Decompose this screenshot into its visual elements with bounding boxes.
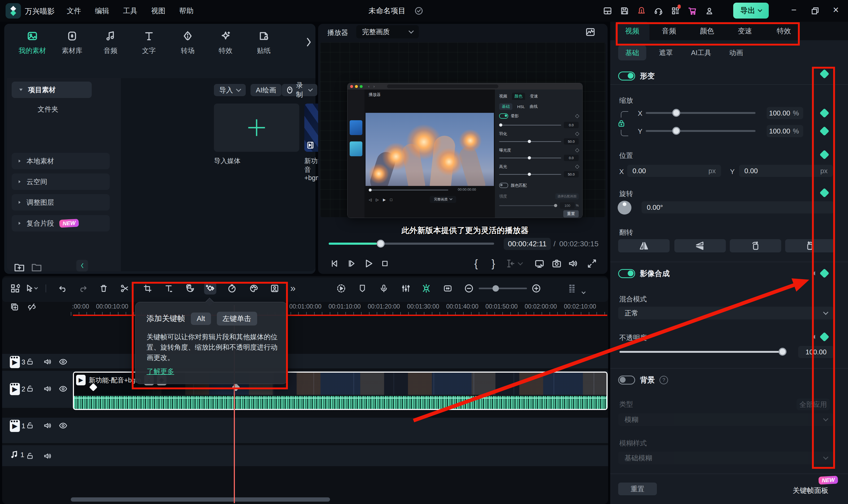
tab-color[interactable]: 颜色 — [690, 22, 724, 40]
background-toggle[interactable] — [618, 376, 635, 384]
opacity-keyframe-icon[interactable] — [820, 332, 829, 342]
save-icon[interactable] — [619, 5, 630, 16]
previous-keyframe-icon[interactable] — [812, 271, 815, 275]
split-options-chevron-icon[interactable] — [516, 257, 524, 270]
player-seekbar[interactable] — [329, 242, 494, 245]
opacity-value[interactable]: 100.00 — [798, 346, 834, 358]
scale-x-value[interactable]: 100.00% — [767, 107, 803, 119]
color-tool-icon[interactable] — [247, 282, 260, 294]
timeline-horizontal-scrollbar[interactable] — [71, 498, 330, 502]
tab-effects-props[interactable]: 特效 — [767, 22, 801, 40]
quality-dropdown[interactable]: 完整画质 — [356, 25, 419, 38]
keyframe-grid-icon[interactable] — [9, 282, 21, 294]
position-x-input[interactable]: 0.00px — [627, 165, 721, 177]
zoom-in-icon[interactable] — [530, 282, 542, 294]
keyframe-panel-button[interactable]: 关键帧面板 — [793, 486, 828, 495]
export-button[interactable]: 导出 — [733, 3, 769, 19]
scale-y-slider[interactable] — [646, 130, 756, 132]
compositing-keyframe-icon[interactable] — [820, 269, 829, 278]
scale-y-keyframe-icon[interactable] — [820, 126, 829, 136]
redo-icon[interactable] — [76, 282, 89, 294]
add-keyframe-tool-icon[interactable] — [204, 282, 216, 294]
menu-file[interactable]: 文件 — [60, 6, 88, 16]
tab-effects[interactable]: 特效 — [207, 30, 244, 55]
scopes-icon[interactable] — [585, 27, 595, 37]
track-manager-icon[interactable] — [566, 282, 578, 294]
tooltip-learn-more-link[interactable]: 了解更多 — [146, 367, 174, 376]
mask-portrait-icon[interactable] — [269, 282, 281, 294]
rotate-knob[interactable] — [618, 201, 631, 215]
audio-track-mute-icon[interactable] — [43, 452, 52, 460]
previous-frame-button[interactable] — [328, 257, 340, 270]
mark-out-button[interactable]: } — [487, 257, 499, 270]
position-y-input[interactable]: 0.00px — [739, 165, 833, 177]
voiceover-mic-icon[interactable] — [378, 282, 390, 294]
current-timecode[interactable]: 00:00:42:11 — [504, 238, 551, 250]
render-preview-icon[interactable] — [335, 282, 347, 294]
text-tool-icon[interactable] — [162, 282, 175, 294]
tab-stickers[interactable]: 贴纸 — [245, 30, 282, 55]
duplicate-icon[interactable] — [10, 303, 19, 311]
fit-timeline-icon[interactable] — [442, 282, 454, 294]
minimize-button[interactable]: − — [791, 5, 797, 14]
next-frame-button[interactable] — [345, 257, 357, 270]
track2-visibility-icon[interactable] — [59, 384, 67, 393]
menu-view[interactable]: 视图 — [144, 6, 172, 16]
crop-icon[interactable] — [141, 282, 154, 294]
record-button[interactable]: 录制 — [282, 84, 317, 96]
marker-icon[interactable] — [356, 282, 368, 294]
new-folder-icon[interactable] — [14, 262, 25, 272]
ai-paint-button[interactable]: AI绘画 — [250, 84, 281, 96]
transform-keyframe-icon[interactable] — [820, 69, 829, 79]
restore-button[interactable] — [811, 6, 820, 15]
track1-visibility-icon[interactable] — [59, 421, 67, 430]
track2-mute-icon[interactable] — [43, 384, 52, 393]
tab-stock-library[interactable]: 素材库 — [54, 30, 91, 55]
scale-lock-icon[interactable] — [617, 119, 626, 128]
speed-tool-icon[interactable] — [226, 282, 238, 294]
play-button[interactable] — [362, 257, 375, 270]
flip-vertical-button[interactable] — [674, 239, 726, 252]
opacity-slider[interactable] — [620, 351, 786, 353]
rotate-cw-button[interactable] — [785, 239, 835, 252]
track3-lock-icon[interactable] — [26, 358, 34, 365]
scale-x-slider-thumb[interactable] — [672, 109, 680, 117]
sidebar-item-folder[interactable]: 文件夹 — [7, 105, 89, 114]
transform-toggle[interactable] — [618, 72, 635, 80]
timeline-zoom-thumb[interactable] — [492, 285, 499, 292]
seekbar-thumb[interactable] — [377, 240, 385, 248]
account-user-icon[interactable] — [704, 5, 715, 16]
split-button[interactable] — [504, 257, 517, 270]
sidebar-item-project-media[interactable]: 项目素材 — [12, 82, 92, 98]
scale-x-slider[interactable] — [646, 112, 756, 114]
subtab-animation[interactable]: 动画 — [724, 45, 748, 60]
rotate-ccw-button[interactable] — [730, 239, 781, 252]
sidebar-item-local-media[interactable]: 本地素材 — [12, 153, 110, 169]
help-icon[interactable]: ? — [659, 376, 668, 384]
close-button[interactable]: × — [833, 5, 839, 14]
collapse-sidebar-button[interactable] — [76, 260, 88, 271]
audio-mixer-icon[interactable] — [400, 282, 412, 294]
flip-horizontal-button[interactable] — [618, 239, 670, 252]
tab-video[interactable]: 视频 — [615, 22, 650, 40]
select-tool-icon[interactable] — [25, 282, 37, 294]
app-logo-icon[interactable] — [5, 3, 21, 19]
mirror-display-button[interactable] — [533, 257, 546, 270]
fullscreen-button[interactable] — [586, 257, 598, 270]
apps-grid-icon[interactable] — [670, 5, 681, 16]
tab-text[interactable]: 文字 — [131, 30, 168, 55]
sidebar-item-adjustment-layer[interactable]: 调整图层 — [12, 194, 110, 211]
track-manager-chevron-icon[interactable] — [582, 287, 585, 295]
position-keyframe-icon[interactable] — [820, 150, 829, 160]
menu-tools[interactable]: 工具 — [116, 6, 144, 16]
reset-button[interactable]: 重置 — [618, 483, 657, 495]
apply-all-button[interactable]: 全部应用 — [797, 399, 830, 410]
scale-y-slider-thumb[interactable] — [672, 127, 680, 135]
import-button[interactable]: 导入 — [214, 84, 246, 96]
blend-mode-dropdown[interactable]: 正常 — [618, 307, 834, 319]
audio-track-lock-icon[interactable] — [26, 452, 34, 460]
sidebar-item-compound-clip[interactable]: 复合片段 NEW — [12, 215, 110, 232]
support-headset-icon[interactable] — [653, 5, 664, 16]
speech-to-text-icon[interactable] — [184, 282, 196, 294]
import-media-tile[interactable] — [214, 104, 299, 152]
